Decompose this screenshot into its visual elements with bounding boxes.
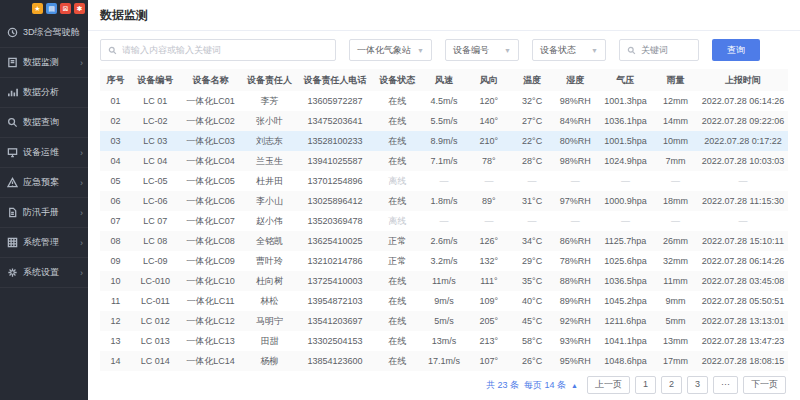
page-title: 数据监测 bbox=[88, 0, 800, 30]
column-header: 序号 bbox=[100, 69, 131, 91]
table-row[interactable]: 07LC 07一体化LC07赵小伟13520369478离线——————— bbox=[100, 211, 788, 231]
sidebar-item-data-monitor[interactable]: 数据监测 › bbox=[0, 48, 88, 78]
search-input[interactable]: 请输入内容或输入关键词 bbox=[100, 39, 336, 61]
table-cell: 1001.3hpa bbox=[598, 91, 653, 111]
table-cell: 杨柳 bbox=[242, 351, 297, 371]
gear-shortcut-icon[interactable]: ✱ bbox=[74, 3, 85, 14]
table-row[interactable]: 04LC 04一体化LC04兰玉生13941025587在线7.1m/s78°2… bbox=[100, 151, 788, 171]
sidebar-item-flood-manual[interactable]: 防汛手册 › bbox=[0, 198, 88, 228]
sidebar-item-system-admin[interactable]: 系统管理 › bbox=[0, 228, 88, 258]
table-row[interactable]: 09LC-09一体化LC09曹叶玲13210214786正常3.2m/s132°… bbox=[100, 251, 788, 271]
table-row[interactable]: 06LC-06一体化LC06李小山13025896412在线1.8m/s89°3… bbox=[100, 191, 788, 211]
table-cell: 140° bbox=[466, 111, 511, 131]
prev-page-button[interactable]: 上一页 bbox=[587, 376, 630, 394]
table-cell: 13025896412 bbox=[297, 191, 373, 211]
table-row[interactable]: 02LC-02一体化LC02张小叶13475203641在线5.5m/s140°… bbox=[100, 111, 788, 131]
table-cell: 11mm bbox=[653, 271, 698, 291]
table-cell: 11 bbox=[100, 291, 131, 311]
table-cell: 26°C bbox=[511, 351, 552, 371]
table-cell: 离线 bbox=[373, 171, 421, 191]
sidebar-item-emergency-plan[interactable]: 应急预案 › bbox=[0, 168, 88, 198]
table-row[interactable]: 01LC 01一体化LC01李芳13605972287在线4.5m/s120°3… bbox=[100, 91, 788, 111]
table-cell: 一体化LC03 bbox=[180, 131, 242, 151]
sidebar-item-system-settings[interactable]: 系统设置 › bbox=[0, 258, 88, 288]
table-row[interactable]: 05LC-05一体化LC05杜井田13701254896离线——————— bbox=[100, 171, 788, 191]
table-cell: 李小山 bbox=[242, 191, 297, 211]
page-number-button[interactable]: 3 bbox=[687, 376, 708, 394]
table-cell: 5.5m/s bbox=[421, 111, 466, 131]
station-type-value: 一体化气象站 bbox=[357, 44, 411, 57]
caret-up-icon[interactable]: ▲ bbox=[571, 382, 578, 389]
table-cell: 13210214786 bbox=[297, 251, 373, 271]
sidebar-item-label: 3D综合驾驶舱 bbox=[23, 26, 80, 39]
table-row[interactable]: 03LC 03一体化LC03刘志东13528100233在线8.9m/s210°… bbox=[100, 131, 788, 151]
device-data-table: 序号设备编号设备名称设备责任人设备责任人电话设备状态风速风向温度湿度气压雨量上报… bbox=[100, 69, 788, 371]
table-cell: 107° bbox=[466, 351, 511, 371]
table-cell: 2.6m/s bbox=[421, 231, 466, 251]
star-shortcut-icon[interactable]: ★ bbox=[32, 3, 43, 14]
gear-icon bbox=[7, 267, 18, 278]
sidebar-item-label: 系统设置 bbox=[23, 266, 59, 279]
table-cell: 1045.2hpa bbox=[598, 291, 653, 311]
table-cell: 13954872103 bbox=[297, 291, 373, 311]
table-cell: LC 014 bbox=[131, 351, 179, 371]
device-status-select[interactable]: 设备状态 ▼ bbox=[532, 39, 606, 61]
station-type-select[interactable]: 一体化气象站 ▼ bbox=[349, 39, 432, 61]
sidebar-item-3d-cockpit[interactable]: 3D综合驾驶舱 bbox=[0, 18, 88, 48]
table-cell: 2022.07.28 05:50:51 bbox=[698, 291, 788, 311]
table-cell: 35°C bbox=[511, 271, 552, 291]
column-header: 风向 bbox=[466, 69, 511, 91]
table-cell: 09 bbox=[100, 251, 131, 271]
chevron-right-icon: › bbox=[80, 148, 83, 158]
table-row[interactable]: 12LC 012一体化LC12马明宁13541203697在线5m/s205°4… bbox=[100, 311, 788, 331]
table-cell: 全铭凯 bbox=[242, 231, 297, 251]
table-row[interactable]: 10LC-010一体化LC10杜向树13725410003在线11m/s111°… bbox=[100, 271, 788, 291]
table-cell: 2022.07.28 13:47:23 bbox=[698, 331, 788, 351]
sidebar-item-device-ops[interactable]: 设备运维 › bbox=[0, 138, 88, 168]
table-cell: 13mm bbox=[653, 331, 698, 351]
table-cell: 9m/s bbox=[421, 291, 466, 311]
table-cell: 2022.07.28 06:14:26 bbox=[698, 91, 788, 111]
lock-shortcut-icon[interactable]: ⊠ bbox=[60, 3, 71, 14]
table-cell: 8.9m/s bbox=[421, 131, 466, 151]
table-row[interactable]: 13LC 013一体化LC13田甜13302504153在线13m/s213°5… bbox=[100, 331, 788, 351]
column-header: 设备责任人 bbox=[242, 69, 297, 91]
device-number-value: 设备编号 bbox=[453, 44, 489, 57]
table-cell: 89%RH bbox=[553, 291, 598, 311]
table-cell: 12mm bbox=[653, 91, 698, 111]
table-cell: 7mm bbox=[653, 151, 698, 171]
file-shortcut-icon[interactable]: ▤ bbox=[46, 3, 57, 14]
table-cell: 1.8m/s bbox=[421, 191, 466, 211]
page-ellipsis[interactable]: ··· bbox=[713, 376, 738, 394]
table-cell: 10 bbox=[100, 271, 131, 291]
table-cell: 5mm bbox=[653, 311, 698, 331]
page-number-button[interactable]: 1 bbox=[635, 376, 656, 394]
table-cell: 03 bbox=[100, 131, 131, 151]
page-number-button[interactable]: 2 bbox=[661, 376, 682, 394]
column-header: 设备责任人电话 bbox=[297, 69, 373, 91]
table-cell: 2022.07.28 0:17:22 bbox=[698, 131, 788, 151]
table-row[interactable]: 11LC-011一体化LC11林松13954872103在线9m/s109°40… bbox=[100, 291, 788, 311]
sidebar-item-data-query[interactable]: 数据查询 bbox=[0, 108, 88, 138]
table-cell: 07 bbox=[100, 211, 131, 231]
table-cell: 111° bbox=[466, 271, 511, 291]
table-cell: 杜井田 bbox=[242, 171, 297, 191]
device-number-select[interactable]: 设备编号 ▼ bbox=[445, 39, 519, 61]
table-cell: 14mm bbox=[653, 111, 698, 131]
table-cell: 86%RH bbox=[553, 231, 598, 251]
sidebar-item-data-analysis[interactable]: 数据分析 bbox=[0, 78, 88, 108]
app-window: ★▤⊠✱ 3D综合驾驶舱 数据监测 › 数据分析 数据查询 bbox=[0, 0, 800, 400]
table-cell: 13 bbox=[100, 331, 131, 351]
keyword-input[interactable]: 关键词 bbox=[619, 39, 699, 61]
table-cell: 1000.9hpa bbox=[598, 191, 653, 211]
table-cell: 2022.07.28 11:15:30 bbox=[698, 191, 788, 211]
table-cell: 在线 bbox=[373, 111, 421, 131]
table-cell: — bbox=[466, 171, 511, 191]
clock-icon bbox=[7, 27, 18, 38]
table-cell: 02 bbox=[100, 111, 131, 131]
search-button[interactable]: 查询 bbox=[712, 39, 760, 61]
table-cell: 13m/s bbox=[421, 331, 466, 351]
table-row[interactable]: 14LC 014一体化LC14杨柳13854123600在线17.1m/s107… bbox=[100, 351, 788, 371]
table-row[interactable]: 08LC 08一体化LC08全铭凯13625410025正常2.6m/s126°… bbox=[100, 231, 788, 251]
next-page-button[interactable]: 下一页 bbox=[743, 376, 786, 394]
